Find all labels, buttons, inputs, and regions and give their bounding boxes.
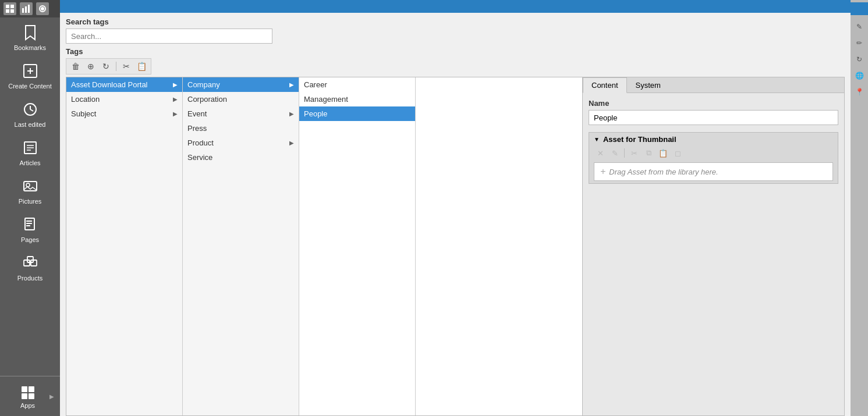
asset-toolbar: ✕ ✎ ✂ ⧉ 📋 ◻ bbox=[594, 147, 833, 159]
products-icon bbox=[21, 254, 40, 272]
outer-pen-icon[interactable]: ✎ bbox=[852, 20, 866, 34]
collapse-arrow-icon: ▼ bbox=[594, 136, 600, 143]
tree-item-product[interactable]: Product ▶ bbox=[183, 136, 299, 150]
svg-rect-26 bbox=[31, 260, 37, 266]
sidebar-item-pages[interactable]: Pages bbox=[0, 209, 60, 248]
clock-icon bbox=[21, 100, 40, 119]
svg-rect-29 bbox=[29, 386, 34, 392]
sidebar-item-pictures[interactable]: Pictures bbox=[0, 171, 60, 209]
outer-refresh-icon[interactable]: ↻ bbox=[852, 52, 866, 66]
tab-content[interactable]: Content bbox=[583, 77, 627, 93]
settings-icon[interactable] bbox=[36, 2, 49, 15]
bookmark-icon bbox=[21, 23, 40, 42]
asset-section-header: ▼ Asset for Thumbnail bbox=[594, 135, 833, 144]
sidebar: Bookmarks Create Content Last edited bbox=[0, 0, 60, 416]
outer-location-icon[interactable]: 📍 bbox=[852, 85, 866, 99]
svg-rect-30 bbox=[22, 393, 27, 399]
asset-edit-button[interactable]: ✎ bbox=[608, 147, 621, 159]
detail-content: Name ▼ Asset for Thumbnail ✕ ✎ ✂ ⧉ bbox=[583, 93, 844, 415]
tree-item-service[interactable]: Service ▶ bbox=[183, 150, 299, 165]
asset-cut-button[interactable]: ✂ bbox=[628, 147, 640, 159]
sidebar-top-bar bbox=[0, 0, 60, 17]
sidebar-item-create-content[interactable]: Create Content bbox=[0, 56, 60, 94]
sidebar-item-bookmarks[interactable]: Bookmarks bbox=[0, 17, 60, 56]
svg-point-7 bbox=[41, 7, 44, 10]
col4-empty bbox=[416, 77, 582, 415]
tree-item-location[interactable]: Location ▶ bbox=[66, 92, 182, 106]
arrow-icon: ▶ bbox=[289, 81, 294, 88]
refresh-button[interactable]: ↻ bbox=[100, 61, 112, 72]
tree-item-label: Subject bbox=[71, 109, 96, 118]
tree-item-corporation[interactable]: Corporation ▶ bbox=[183, 92, 299, 106]
cut-button[interactable]: ✂ bbox=[120, 61, 133, 72]
tree-item-label: Event bbox=[187, 109, 207, 118]
toolbar-separator-1 bbox=[116, 62, 116, 71]
tree-item-asset-download-portal[interactable]: Asset Download Portal ▶ bbox=[66, 77, 182, 92]
search-section: Search tags bbox=[66, 17, 845, 44]
tree-item-press[interactable]: Press ▶ bbox=[183, 121, 299, 136]
top-bar bbox=[60, 0, 851, 13]
paste-button[interactable]: 📋 bbox=[135, 61, 148, 72]
delete-button[interactable]: 🗑 bbox=[69, 61, 82, 72]
sidebar-item-last-edited-label: Last edited bbox=[15, 121, 46, 128]
arrow-icon: ▶ bbox=[289, 140, 294, 146]
add-button[interactable]: ⊕ bbox=[84, 61, 97, 72]
tree-item-people[interactable]: People bbox=[299, 106, 415, 121]
col1-tree: Asset Download Portal ▶ Location ▶ Subje… bbox=[66, 77, 183, 415]
grid-icon[interactable] bbox=[3, 2, 16, 15]
create-content-icon bbox=[21, 62, 40, 80]
tree-item-event[interactable]: Event ▶ bbox=[183, 106, 299, 121]
tree-item-label: Management bbox=[304, 95, 348, 104]
outer-right-panel: ✎ ✏ ↻ 🌐 📍 bbox=[851, 0, 868, 416]
sidebar-item-articles[interactable]: Articles bbox=[0, 133, 60, 171]
asset-section-title: Asset for Thumbnail bbox=[603, 135, 676, 144]
apps-icon bbox=[19, 383, 37, 402]
pictures-icon bbox=[21, 177, 40, 195]
asset-delete-button[interactable]: ✕ bbox=[594, 147, 607, 159]
arrow-icon: ▶ bbox=[289, 111, 294, 117]
tags-label: Tags bbox=[66, 47, 845, 56]
col3-tree: Career Management People bbox=[299, 77, 416, 415]
tree-item-label: Company bbox=[187, 80, 220, 89]
tree-item-management[interactable]: Management bbox=[299, 92, 415, 106]
articles-icon bbox=[21, 138, 40, 157]
content-area: Search tags Tags 🗑 ⊕ ↻ ✂ 📋 Asset Downloa… bbox=[60, 13, 851, 416]
chart-icon[interactable] bbox=[20, 2, 33, 15]
outer-edit-icon[interactable]: ✏ bbox=[852, 36, 866, 50]
name-field-input[interactable] bbox=[589, 110, 838, 125]
tags-section: Tags 🗑 ⊕ ↻ ✂ 📋 bbox=[66, 47, 845, 74]
col2-tree: Company ▶ Corporation ▶ Event ▶ Press ▶ … bbox=[183, 77, 299, 415]
tree-item-label: People bbox=[304, 109, 327, 118]
tree-item-label: Career bbox=[304, 80, 327, 89]
asset-clear-button[interactable]: ◻ bbox=[671, 147, 684, 159]
tab-system[interactable]: System bbox=[627, 77, 669, 93]
tree-item-company[interactable]: Company ▶ bbox=[183, 77, 299, 92]
sidebar-item-last-edited[interactable]: Last edited bbox=[0, 94, 60, 133]
tree-item-career[interactable]: Career bbox=[299, 77, 415, 92]
svg-rect-2 bbox=[6, 9, 9, 13]
sidebar-item-products[interactable]: Products bbox=[0, 248, 60, 286]
svg-rect-31 bbox=[29, 393, 34, 399]
search-input[interactable] bbox=[66, 29, 272, 44]
asset-toolbar-separator bbox=[624, 148, 625, 158]
asset-section: ▼ Asset for Thumbnail ✕ ✎ ✂ ⧉ 📋 ◻ bbox=[589, 132, 838, 184]
tree-item-label: Service bbox=[187, 153, 212, 162]
pages-icon bbox=[21, 215, 40, 234]
sidebar-item-pages-label: Pages bbox=[21, 236, 39, 243]
svg-rect-28 bbox=[22, 386, 27, 392]
arrow-icon: ▶ bbox=[173, 81, 178, 88]
sidebar-item-bookmarks-label: Bookmarks bbox=[14, 44, 46, 51]
tree-item-label: Product bbox=[187, 138, 214, 147]
tree-item-label: Location bbox=[71, 95, 100, 104]
drop-zone-text: Drag Asset from the library here. bbox=[609, 168, 718, 176]
svg-rect-6 bbox=[28, 5, 30, 13]
svg-line-14 bbox=[30, 109, 33, 111]
svg-rect-4 bbox=[22, 8, 24, 13]
svg-rect-1 bbox=[10, 5, 14, 8]
tree-item-subject[interactable]: Subject ▶ bbox=[66, 106, 182, 121]
outer-globe-icon[interactable]: 🌐 bbox=[852, 69, 866, 83]
sidebar-item-apps[interactable]: Apps ▶ bbox=[0, 376, 60, 416]
asset-copy-button[interactable]: ⧉ bbox=[642, 147, 655, 159]
asset-paste-button[interactable]: 📋 bbox=[657, 147, 669, 159]
svg-point-20 bbox=[26, 183, 30, 187]
